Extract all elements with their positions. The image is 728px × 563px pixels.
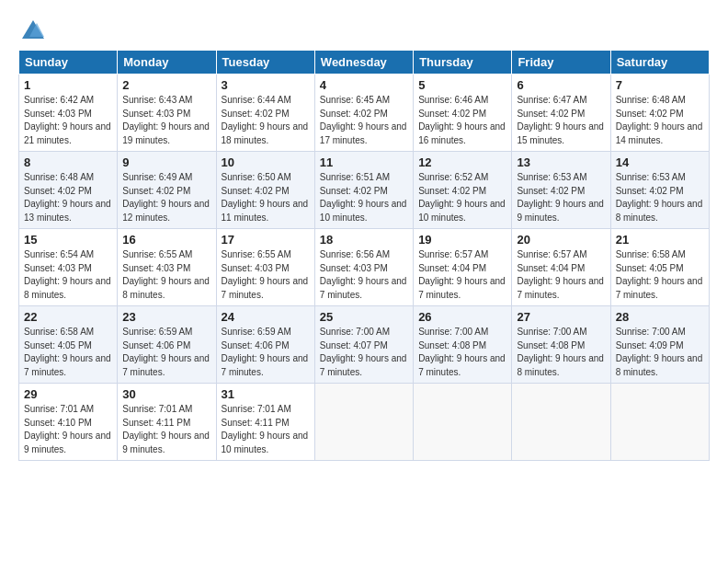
calendar-cell: 7 Sunrise: 6:48 AM Sunset: 4:02 PM Dayli… (610, 75, 709, 152)
header (18, 15, 710, 40)
day-info: Sunrise: 6:59 AM Sunset: 4:06 PM Dayligh… (122, 326, 210, 379)
day-info: Sunrise: 7:00 AM Sunset: 4:08 PM Dayligh… (418, 326, 506, 379)
calendar-table: SundayMondayTuesdayWednesdayThursdayFrid… (18, 50, 710, 461)
day-number: 1 (24, 78, 112, 92)
calendar-cell: 21 Sunrise: 6:58 AM Sunset: 4:05 PM Dayl… (610, 229, 709, 306)
calendar-cell: 1 Sunrise: 6:42 AM Sunset: 4:03 PM Dayli… (19, 75, 118, 152)
calendar-cell: 6 Sunrise: 6:47 AM Sunset: 4:02 PM Dayli… (512, 75, 610, 152)
calendar-cell: 30 Sunrise: 7:01 AM Sunset: 4:11 PM Dayl… (118, 384, 216, 461)
weekday-header: Wednesday (314, 51, 413, 75)
calendar-cell: 16 Sunrise: 6:55 AM Sunset: 4:03 PM Dayl… (118, 229, 216, 306)
calendar-cell: 4 Sunrise: 6:45 AM Sunset: 4:02 PM Dayli… (314, 75, 413, 152)
day-number: 11 (320, 155, 408, 169)
page: SundayMondayTuesdayWednesdayThursdayFrid… (0, 0, 728, 563)
day-info: Sunrise: 6:48 AM Sunset: 4:02 PM Dayligh… (24, 171, 112, 224)
day-info: Sunrise: 6:55 AM Sunset: 4:03 PM Dayligh… (122, 248, 210, 302)
calendar-cell: 20 Sunrise: 6:57 AM Sunset: 4:04 PM Dayl… (512, 229, 610, 306)
day-info: Sunrise: 7:01 AM Sunset: 4:10 PM Dayligh… (24, 403, 112, 456)
day-info: Sunrise: 6:56 AM Sunset: 4:03 PM Dayligh… (320, 248, 408, 302)
calendar-cell: 15 Sunrise: 6:54 AM Sunset: 4:03 PM Dayl… (19, 229, 118, 306)
day-info: Sunrise: 6:47 AM Sunset: 4:02 PM Dayligh… (517, 94, 605, 147)
day-number: 25 (320, 310, 408, 324)
calendar-cell: 8 Sunrise: 6:48 AM Sunset: 4:02 PM Dayli… (19, 152, 118, 229)
day-info: Sunrise: 6:55 AM Sunset: 4:03 PM Dayligh… (222, 248, 310, 302)
calendar-cell: 22 Sunrise: 6:58 AM Sunset: 4:05 PM Dayl… (19, 306, 118, 384)
day-info: Sunrise: 7:00 AM Sunset: 4:08 PM Dayligh… (517, 326, 605, 379)
day-number: 31 (222, 387, 310, 401)
calendar-cell: 27 Sunrise: 7:00 AM Sunset: 4:08 PM Dayl… (512, 306, 610, 384)
calendar-cell: 2 Sunrise: 6:43 AM Sunset: 4:03 PM Dayli… (118, 75, 216, 152)
day-info: Sunrise: 6:53 AM Sunset: 4:02 PM Dayligh… (616, 171, 704, 224)
day-info: Sunrise: 6:54 AM Sunset: 4:03 PM Dayligh… (24, 248, 112, 302)
day-number: 14 (616, 155, 704, 169)
day-number: 5 (418, 78, 506, 92)
calendar-cell: 26 Sunrise: 7:00 AM Sunset: 4:08 PM Dayl… (414, 306, 512, 384)
calendar-cell: 10 Sunrise: 6:50 AM Sunset: 4:02 PM Dayl… (216, 152, 314, 229)
day-number: 3 (222, 78, 310, 92)
day-info: Sunrise: 6:59 AM Sunset: 4:06 PM Dayligh… (222, 326, 310, 379)
calendar-cell: 28 Sunrise: 7:00 AM Sunset: 4:09 PM Dayl… (610, 306, 709, 384)
day-number: 27 (517, 310, 605, 324)
day-number: 23 (122, 310, 210, 324)
day-info: Sunrise: 7:01 AM Sunset: 4:11 PM Dayligh… (222, 403, 310, 456)
calendar-cell (314, 384, 413, 461)
day-info: Sunrise: 6:46 AM Sunset: 4:02 PM Dayligh… (418, 94, 506, 147)
day-number: 15 (24, 233, 112, 247)
day-number: 16 (122, 233, 210, 247)
day-number: 30 (122, 387, 210, 401)
day-number: 22 (24, 310, 112, 324)
day-info: Sunrise: 6:45 AM Sunset: 4:02 PM Dayligh… (320, 94, 408, 147)
calendar-cell: 3 Sunrise: 6:44 AM Sunset: 4:02 PM Dayli… (216, 75, 314, 152)
day-number: 6 (517, 78, 605, 92)
calendar-cell: 31 Sunrise: 7:01 AM Sunset: 4:11 PM Dayl… (216, 384, 314, 461)
calendar-cell (414, 384, 512, 461)
calendar-cell (512, 384, 610, 461)
day-number: 28 (616, 310, 704, 324)
day-number: 19 (418, 233, 506, 247)
day-info: Sunrise: 6:53 AM Sunset: 4:02 PM Dayligh… (517, 171, 605, 224)
day-info: Sunrise: 6:58 AM Sunset: 4:05 PM Dayligh… (616, 248, 704, 302)
day-info: Sunrise: 6:44 AM Sunset: 4:02 PM Dayligh… (222, 94, 310, 147)
day-number: 26 (418, 310, 506, 324)
weekday-header: Thursday (414, 51, 512, 75)
weekday-header: Sunday (19, 51, 118, 75)
day-info: Sunrise: 6:58 AM Sunset: 4:05 PM Dayligh… (24, 326, 112, 379)
day-info: Sunrise: 6:57 AM Sunset: 4:04 PM Dayligh… (517, 248, 605, 302)
day-number: 4 (320, 78, 408, 92)
day-info: Sunrise: 6:52 AM Sunset: 4:02 PM Dayligh… (418, 171, 506, 224)
calendar-cell: 5 Sunrise: 6:46 AM Sunset: 4:02 PM Dayli… (414, 75, 512, 152)
day-info: Sunrise: 6:50 AM Sunset: 4:02 PM Dayligh… (222, 171, 310, 224)
calendar-cell: 11 Sunrise: 6:51 AM Sunset: 4:02 PM Dayl… (314, 152, 413, 229)
day-number: 7 (616, 78, 704, 92)
day-info: Sunrise: 6:43 AM Sunset: 4:03 PM Dayligh… (122, 94, 210, 147)
weekday-header: Saturday (610, 51, 709, 75)
calendar-cell: 29 Sunrise: 7:01 AM Sunset: 4:10 PM Dayl… (19, 384, 118, 461)
weekday-header: Tuesday (216, 51, 314, 75)
calendar-cell: 24 Sunrise: 6:59 AM Sunset: 4:06 PM Dayl… (216, 306, 314, 384)
day-number: 10 (222, 155, 310, 169)
calendar-cell: 13 Sunrise: 6:53 AM Sunset: 4:02 PM Dayl… (512, 152, 610, 229)
day-info: Sunrise: 7:00 AM Sunset: 4:07 PM Dayligh… (320, 326, 408, 379)
day-info: Sunrise: 6:57 AM Sunset: 4:04 PM Dayligh… (418, 248, 506, 302)
calendar-cell: 18 Sunrise: 6:56 AM Sunset: 4:03 PM Dayl… (314, 229, 413, 306)
day-number: 12 (418, 155, 506, 169)
day-number: 9 (122, 155, 210, 169)
day-number: 29 (24, 387, 112, 401)
calendar-cell: 9 Sunrise: 6:49 AM Sunset: 4:02 PM Dayli… (118, 152, 216, 229)
calendar-cell: 17 Sunrise: 6:55 AM Sunset: 4:03 PM Dayl… (216, 229, 314, 306)
calendar-cell: 25 Sunrise: 7:00 AM Sunset: 4:07 PM Dayl… (314, 306, 413, 384)
day-info: Sunrise: 7:01 AM Sunset: 4:11 PM Dayligh… (122, 403, 210, 456)
day-number: 21 (616, 233, 704, 247)
day-number: 24 (222, 310, 310, 324)
day-info: Sunrise: 6:49 AM Sunset: 4:02 PM Dayligh… (122, 171, 210, 224)
day-number: 20 (517, 233, 605, 247)
day-info: Sunrise: 7:00 AM Sunset: 4:09 PM Dayligh… (616, 326, 704, 379)
day-number: 8 (24, 155, 112, 169)
day-number: 18 (320, 233, 408, 247)
day-info: Sunrise: 6:51 AM Sunset: 4:02 PM Dayligh… (320, 171, 408, 224)
weekday-header: Friday (512, 51, 610, 75)
calendar-cell: 14 Sunrise: 6:53 AM Sunset: 4:02 PM Dayl… (610, 152, 709, 229)
logo-icon (20, 18, 46, 44)
day-info: Sunrise: 6:48 AM Sunset: 4:02 PM Dayligh… (616, 94, 704, 147)
day-number: 17 (222, 233, 310, 247)
